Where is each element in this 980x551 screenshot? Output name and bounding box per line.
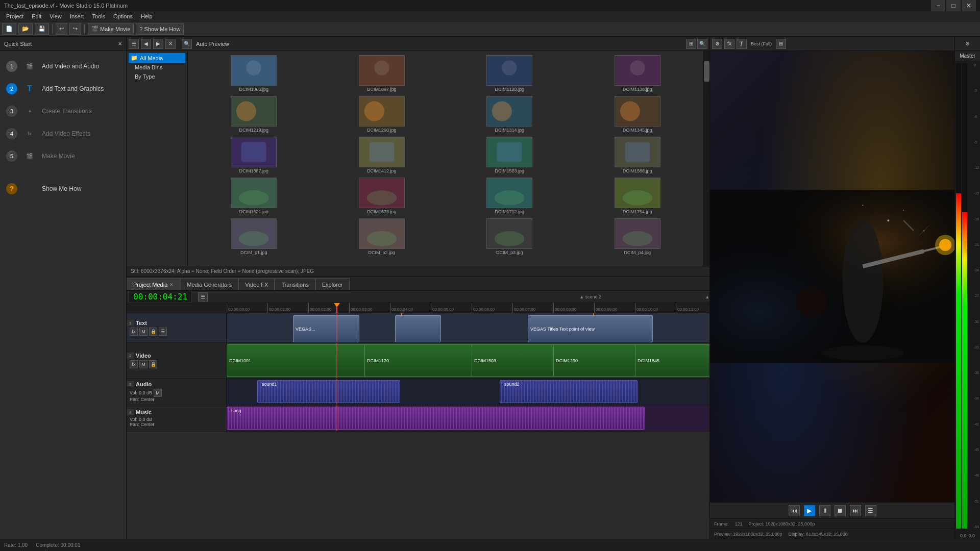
quick-start-close[interactable]: × bbox=[118, 40, 122, 47]
text-track-menu[interactable]: ☰ bbox=[159, 328, 167, 336]
text-track-lock[interactable]: 🔒 bbox=[149, 328, 157, 336]
show-me-how-button[interactable]: ? Show Me How bbox=[136, 23, 184, 35]
menu-options[interactable]: Options bbox=[109, 12, 137, 20]
preview-formula-btn[interactable]: ƒ bbox=[737, 39, 747, 49]
tab-transitions[interactable]: Transitions bbox=[275, 278, 315, 290]
ruler-mark: 00:00:04:00 bbox=[390, 307, 413, 312]
music-track-content[interactable]: song song bbox=[227, 405, 709, 431]
toolbar-separator-2 bbox=[84, 24, 85, 34]
text-clip-2[interactable] bbox=[395, 315, 441, 342]
preview-play-btn[interactable]: ▶ bbox=[804, 505, 815, 516]
media-thumb-0[interactable]: DCIM1063.jpg bbox=[192, 55, 316, 92]
media-thumb-2[interactable]: DCIM1120.jpg bbox=[448, 55, 572, 92]
menu-edit[interactable]: Edit bbox=[28, 12, 45, 20]
tree-by-type[interactable]: By Type bbox=[129, 72, 185, 81]
tree-media-bins[interactable]: Media Bins bbox=[129, 63, 185, 72]
preview-fx-btn[interactable]: fx bbox=[724, 39, 734, 49]
qs-make-movie[interactable]: 5 🎬 Make Movie bbox=[0, 145, 126, 167]
media-thumb-1[interactable]: DCIM1097.jpg bbox=[320, 55, 444, 92]
close-button[interactable]: ✕ bbox=[962, 0, 976, 11]
svg-point-31 bbox=[622, 190, 652, 205]
minimize-button[interactable]: − bbox=[931, 0, 945, 11]
save-button[interactable]: 💾 bbox=[35, 23, 49, 35]
maximize-button[interactable]: □ bbox=[946, 0, 961, 11]
menu-tools[interactable]: Tools bbox=[88, 12, 109, 20]
preview-stop-btn[interactable]: ⏹ bbox=[835, 505, 846, 516]
tab-explorer[interactable]: Explorer bbox=[315, 278, 350, 290]
tab-video-fx[interactable]: Video FX bbox=[238, 278, 275, 290]
media-thumb-12[interactable]: DCIM1621.jpg bbox=[192, 178, 316, 214]
text-clip-1[interactable]: VEGAS... bbox=[293, 315, 359, 342]
media-thumb-8[interactable]: DCIM1387.jpg bbox=[192, 137, 316, 173]
media-thumb-14[interactable]: DCIM1712.jpg bbox=[448, 178, 572, 214]
tree-all-media[interactable]: 📁 All Media bbox=[129, 53, 185, 63]
media-thumb-7[interactable]: DCIM1345.jpg bbox=[576, 96, 700, 133]
qs-create-transitions[interactable]: 3 ✦ Create Transitions bbox=[0, 100, 126, 122]
thumb-label-7: DCIM1345.jpg bbox=[615, 128, 660, 133]
tab-close-icon[interactable]: ✕ bbox=[169, 282, 174, 287]
media-thumb-13[interactable]: DCIM1673.jpg bbox=[320, 178, 444, 214]
preview-next-frame-btn[interactable]: ⏭ bbox=[850, 505, 861, 516]
video-clip-4[interactable]: DCIM1290 bbox=[553, 344, 645, 377]
media-view-grid[interactable]: ⊞ bbox=[686, 39, 696, 49]
qs-show-me-how[interactable]: ? Show Me How bbox=[0, 178, 126, 200]
media-thumb-3[interactable]: DCIM1138.jpg bbox=[576, 55, 700, 92]
media-zoom-in[interactable]: 🔍 bbox=[697, 39, 707, 49]
media-thumb-17[interactable]: DCIM_p2.jpg bbox=[320, 218, 444, 255]
media-thumb-10[interactable]: DCIM1503.jpg bbox=[448, 137, 572, 173]
media-thumb-6[interactable]: DCIM1314.jpg bbox=[448, 96, 572, 133]
qs-add-video-audio[interactable]: 1 🎬 Add Video and Audio bbox=[0, 55, 126, 78]
preview-loop-btn[interactable]: ☰ bbox=[865, 505, 876, 516]
media-thumb-16[interactable]: DCIM_p1.jpg bbox=[192, 218, 316, 255]
text-clip-3[interactable]: VEGAS Titles Text point of view bbox=[528, 315, 653, 342]
media-search-btn[interactable]: 🔍 bbox=[182, 39, 192, 49]
menu-insert[interactable]: Insert bbox=[66, 12, 88, 20]
text-track-content[interactable]: VEGAS... VEGAS Titles Text point of view… bbox=[227, 313, 709, 342]
timeline-scroll-area[interactable]: 1 Text fx M 🔒 ☰ bbox=[127, 313, 709, 539]
redo-button[interactable]: ↪ bbox=[69, 23, 81, 35]
tab-media-generators[interactable]: Media Generators bbox=[180, 278, 238, 290]
svg-point-43 bbox=[887, 219, 889, 221]
audio-track-content[interactable]: sound1 sound2 sound1 bbox=[227, 379, 709, 405]
menu-project[interactable]: Project bbox=[2, 12, 28, 20]
preview-settings-btn[interactable]: ⚙ bbox=[712, 39, 722, 49]
media-thumb-4[interactable]: DCIM1219.jpg bbox=[192, 96, 316, 133]
tab-project-media[interactable]: Project Media ✕ bbox=[127, 278, 180, 290]
ruler-mark: 00:00:10:00 bbox=[635, 307, 658, 312]
video-clip-1[interactable]: DCIM1001 bbox=[227, 344, 385, 377]
media-menu-btn[interactable]: ☰ bbox=[129, 39, 139, 49]
menu-help[interactable]: Help bbox=[137, 12, 157, 20]
media-thumb-18[interactable]: DCIM_p3.jpg bbox=[448, 218, 572, 255]
audio-clip-1[interactable]: sound1 bbox=[257, 380, 400, 403]
video-track-content[interactable]: DCIM1001 DCIM1120 DCIM1503 DCIM1290 DCIM bbox=[227, 343, 709, 378]
preview-grid-btn[interactable]: ⊞ bbox=[776, 39, 786, 49]
video-track-lock[interactable]: 🔒 bbox=[149, 360, 157, 368]
media-back-btn[interactable]: ◀ bbox=[141, 39, 151, 49]
audio-clip-2[interactable]: sound2 bbox=[500, 380, 638, 403]
undo-button[interactable]: ↩ bbox=[56, 23, 67, 35]
video-track-fx[interactable]: fx bbox=[130, 360, 138, 368]
music-clip-1[interactable]: song bbox=[227, 407, 645, 430]
text-track-mute[interactable]: M bbox=[139, 328, 148, 336]
audio-track-mute[interactable]: M bbox=[154, 389, 162, 397]
make-movie-button[interactable]: 🎬 Make Movie bbox=[88, 23, 134, 35]
preview-prev-frame-btn[interactable]: ⏮ bbox=[789, 505, 800, 516]
media-thumb-11[interactable]: DCIM1566.jpg bbox=[576, 137, 700, 173]
text-track-fx[interactable]: fx bbox=[130, 328, 138, 336]
media-close-btn[interactable]: ✕ bbox=[165, 39, 176, 49]
video-track-mute[interactable]: M bbox=[139, 360, 148, 368]
qs-add-text-graphics[interactable]: 2 T Add Text and Graphics bbox=[0, 78, 126, 100]
media-fwd-btn[interactable]: ▶ bbox=[153, 39, 163, 49]
menu-view[interactable]: View bbox=[45, 12, 66, 20]
new-button[interactable]: 📄 bbox=[2, 23, 16, 35]
media-thumb-5[interactable]: DCIM1290.jpg bbox=[320, 96, 444, 133]
media-thumb-15[interactable]: DCIM1754.jpg bbox=[576, 178, 700, 214]
media-thumb-9[interactable]: DCIM1412.jpg bbox=[320, 137, 444, 173]
timeline-menu-btn[interactable]: ☰ bbox=[198, 292, 208, 302]
vu-scale: 0 -3 -6 -9 -12 -15 -18 -21 -24 -27 -30 -… bbox=[974, 63, 979, 529]
open-button[interactable]: 📂 bbox=[18, 23, 33, 35]
preview-pause-btn[interactable]: ⏸ bbox=[819, 505, 830, 516]
media-thumb-19[interactable]: DCIM_p4.jpg bbox=[576, 218, 700, 255]
qs-add-video-effects[interactable]: 4 fx Add Video Effects bbox=[0, 122, 126, 145]
video-clip-5[interactable]: DCIM1845 bbox=[635, 344, 709, 377]
